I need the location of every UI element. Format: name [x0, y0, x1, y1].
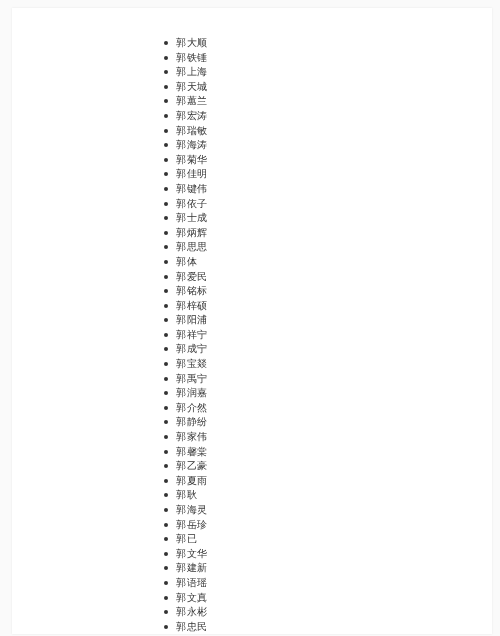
list-item: 郭思思 [164, 240, 492, 255]
list-item: 郭成宁 [164, 342, 492, 357]
list-item: 郭静纷 [164, 415, 492, 430]
list-item: 郭润嘉 [164, 386, 492, 401]
list-item: 郭铁锤 [164, 51, 492, 66]
list-item: 郭文华 [164, 547, 492, 562]
list-item: 郭家伟 [164, 430, 492, 445]
list-item: 郭键伟 [164, 182, 492, 197]
list-item: 郭文真 [164, 591, 492, 606]
list-item: 郭上海 [164, 65, 492, 80]
list-item: 郭瑞敏 [164, 124, 492, 139]
list-item: 郭建新 [164, 561, 492, 576]
name-list: 郭大顺郭铁锤郭上海郭天城郭蕙兰郭宏涛郭瑞敏郭海涛郭菊华郭佳明郭键伟郭依子郭士成郭… [164, 36, 492, 634]
list-item: 郭馨棠 [164, 445, 492, 460]
list-item: 郭夏雨 [164, 474, 492, 489]
list-item: 郭宝燚 [164, 357, 492, 372]
list-item: 郭铭标 [164, 284, 492, 299]
list-item: 郭耿 [164, 488, 492, 503]
list-item: 郭语瑶 [164, 576, 492, 591]
list-item: 郭永彬 [164, 605, 492, 620]
list-item: 郭禹宁 [164, 372, 492, 387]
list-item: 郭祥宁 [164, 328, 492, 343]
list-item: 郭佳明 [164, 167, 492, 182]
list-item: 郭忠民 [164, 620, 492, 635]
list-item: 郭梓硕 [164, 299, 492, 314]
list-item: 郭介然 [164, 401, 492, 416]
list-item: 郭大顺 [164, 36, 492, 51]
list-item: 郭蕙兰 [164, 94, 492, 109]
list-item: 郭菊华 [164, 153, 492, 168]
list-item: 郭炳辉 [164, 226, 492, 241]
list-item: 郭依子 [164, 197, 492, 212]
list-item: 郭士成 [164, 211, 492, 226]
list-item: 郭乙豪 [164, 459, 492, 474]
list-item: 郭宏涛 [164, 109, 492, 124]
list-item: 郭海涛 [164, 138, 492, 153]
list-item: 郭爱民 [164, 270, 492, 285]
list-item: 郭岳珍 [164, 518, 492, 533]
list-item: 郭体 [164, 255, 492, 270]
list-item: 郭已 [164, 532, 492, 547]
document-page: 郭大顺郭铁锤郭上海郭天城郭蕙兰郭宏涛郭瑞敏郭海涛郭菊华郭佳明郭键伟郭依子郭士成郭… [12, 8, 492, 634]
list-item: 郭海灵 [164, 503, 492, 518]
list-item: 郭阳浦 [164, 313, 492, 328]
list-item: 郭天城 [164, 80, 492, 95]
